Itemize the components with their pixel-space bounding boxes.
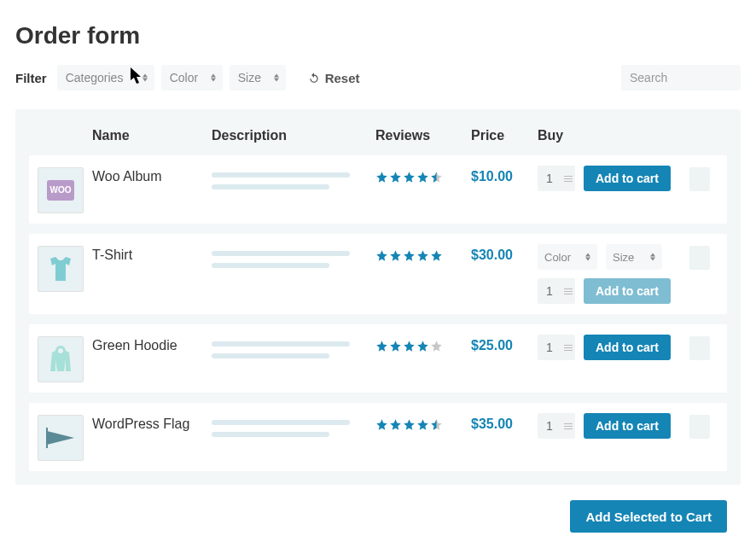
stepper-buttons-icon[interactable]: [561, 423, 575, 429]
buy-controls: Add to cart: [538, 166, 689, 191]
filter-label: Filter: [15, 71, 47, 85]
add-to-cart-button[interactable]: Add to cart: [584, 278, 671, 304]
product-price: $35.00: [471, 413, 538, 432]
add-to-cart-button[interactable]: Add to cart: [584, 166, 671, 191]
chevron-sort-icon: [142, 74, 148, 82]
add-selected-button[interactable]: Add Selected to Cart: [570, 500, 727, 533]
chevron-sort-icon: [585, 253, 590, 261]
product-thumbnail[interactable]: [38, 246, 84, 292]
product-thumbnail[interactable]: WOO: [38, 167, 84, 213]
product-description: [212, 244, 375, 268]
quantity-input[interactable]: [538, 418, 561, 434]
size-select-value: Size: [238, 71, 261, 84]
chevron-sort-icon: [211, 74, 216, 82]
quantity-input[interactable]: [538, 171, 561, 186]
product-name[interactable]: WordPress Flag: [92, 413, 212, 432]
rating-stars: [375, 166, 471, 184]
reset-label: Reset: [325, 71, 360, 85]
color-select-value: Color: [170, 71, 198, 84]
quantity-stepper[interactable]: [538, 335, 575, 360]
table-header: Name Description Reviews Price Buy: [29, 123, 727, 155]
variant-size-select[interactable]: Size: [606, 244, 662, 270]
product-description: [212, 166, 375, 189]
quantity-stepper[interactable]: [538, 413, 575, 439]
col-description[interactable]: Description: [212, 128, 375, 143]
rating-stars: [375, 413, 471, 431]
product-thumbnail[interactable]: [38, 415, 84, 461]
row-handle-icon[interactable]: [689, 415, 710, 439]
col-name[interactable]: Name: [92, 128, 212, 143]
chevron-sort-icon: [650, 253, 655, 261]
quantity-stepper[interactable]: [538, 166, 575, 191]
product-name[interactable]: Green Hoodie: [92, 335, 212, 353]
chevron-sort-icon: [274, 74, 279, 82]
row-handle-icon[interactable]: [689, 167, 710, 191]
product-price: $10.00: [471, 166, 538, 184]
undo-icon: [308, 72, 320, 84]
page-title: Order form: [15, 22, 741, 50]
product-price: $30.00: [471, 244, 538, 263]
quantity-input[interactable]: [538, 340, 561, 355]
quantity-input[interactable]: [538, 283, 561, 299]
col-buy: Buy: [538, 128, 689, 143]
product-name[interactable]: T-Shirt: [92, 244, 212, 263]
col-reviews[interactable]: Reviews: [375, 128, 471, 143]
product-description: [212, 335, 375, 358]
search-input[interactable]: [621, 65, 741, 90]
quantity-stepper[interactable]: [538, 278, 575, 304]
product-table: Name Description Reviews Price Buy WOOWo…: [15, 109, 741, 485]
buy-controls: Add to cart: [538, 335, 689, 360]
product-description: [212, 413, 375, 437]
filter-bar: Filter Categories Color Size Reset: [15, 65, 741, 90]
categories-select[interactable]: Categories: [57, 65, 154, 90]
stepper-buttons-icon[interactable]: [561, 176, 575, 182]
table-row: WOOWoo Album$10.00Add to cart: [29, 155, 727, 224]
svg-text:WOO: WOO: [50, 185, 72, 195]
add-to-cart-button[interactable]: Add to cart: [584, 335, 671, 360]
svg-marker-4: [47, 431, 74, 445]
rating-stars: [375, 244, 471, 262]
stepper-buttons-icon[interactable]: [561, 288, 575, 294]
add-to-cart-button[interactable]: Add to cart: [584, 413, 671, 439]
table-row: Green Hoodie$25.00Add to cart: [29, 324, 727, 393]
categories-select-value: Categories: [66, 71, 124, 84]
row-handle-icon[interactable]: [689, 246, 710, 270]
size-select[interactable]: Size: [230, 65, 286, 90]
buy-controls: Add to cart: [538, 413, 689, 439]
table-row: T-Shirt$30.00ColorSizeAdd to cart: [29, 234, 727, 314]
table-row: WordPress Flag$35.00Add to cart: [29, 403, 727, 471]
product-thumbnail[interactable]: [38, 336, 84, 382]
color-select[interactable]: Color: [161, 65, 223, 90]
product-price: $25.00: [471, 335, 538, 353]
buy-controls: ColorSizeAdd to cart: [538, 244, 689, 304]
col-price[interactable]: Price: [471, 128, 538, 143]
row-handle-icon[interactable]: [689, 336, 710, 360]
stepper-buttons-icon[interactable]: [561, 345, 575, 351]
variant-color-select[interactable]: Color: [538, 244, 597, 270]
svg-point-3: [58, 348, 63, 353]
product-name[interactable]: Woo Album: [92, 166, 212, 184]
rating-stars: [375, 335, 471, 352]
reset-button[interactable]: Reset: [308, 71, 360, 85]
